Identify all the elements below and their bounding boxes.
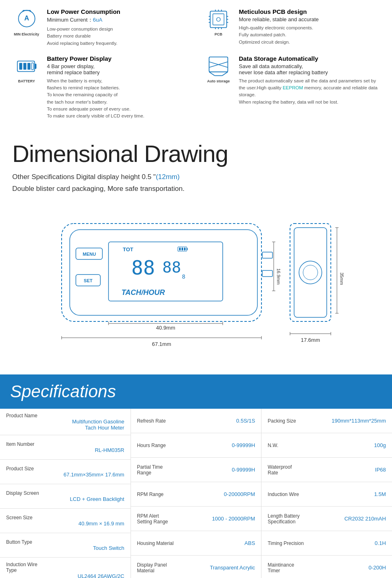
battery-icon: [16, 55, 38, 78]
spec-row-button-type: Button Type Touch Switch: [0, 533, 131, 558]
drawing-area: MENU SET TOT 88 88 8 TACH/HOUR: [0, 199, 392, 366]
svg-text:MENU: MENU: [82, 252, 95, 257]
min-electricity-icon: A: [16, 8, 38, 31]
spec-row-product-size: Product Size 67.1mm×35mm× 17.6mm: [0, 460, 131, 484]
spec-row-maintenance-timer: MaintinanceTimer 0-200H: [261, 556, 392, 578]
icon-label-auto-storage: Auto storage: [207, 79, 230, 83]
specifications-section: Specifications Product Name Multifunctio…: [0, 374, 392, 578]
feature-icon-battery: BATTERY: [12, 55, 41, 83]
feature-content-battery: Battery Power Display 4 Bar power displa…: [47, 55, 144, 120]
spec-row-display-screen: Display Screen LCD + Green Backlight: [0, 484, 131, 509]
feature-pcb: PCB Meticulous PCB design More reliable,…: [204, 8, 380, 47]
svg-rect-51: [290, 224, 331, 321]
feature-title-pcb: Meticulous PCB design: [239, 8, 319, 15]
dimensional-drawing-svg: MENU SET TOT 88 88 8 TACH/HOUR: [29, 207, 363, 362]
specs-table: Product Name Multifunction GasolineTach …: [0, 409, 392, 578]
svg-text:88: 88: [131, 256, 155, 279]
spec-row-waterproof-rate: WaterproofRate IP68: [261, 458, 392, 482]
svg-text:88: 88: [162, 258, 181, 276]
icon-label-pcb: PCB: [215, 32, 222, 36]
svg-text:8: 8: [182, 273, 185, 280]
svg-text:40.9mm: 40.9mm: [156, 325, 175, 331]
svg-rect-42: [179, 248, 181, 250]
spec-row-screen-size: Screen Size 40.9mm × 16.9 mm: [0, 509, 131, 533]
svg-rect-6: [213, 14, 224, 25]
dimensional-subtitle2: Double blister card packaging, More safe…: [12, 183, 380, 195]
spec-row-nw: N.W. 100g: [261, 433, 392, 458]
spec-row-rpm-alert: RPM AlertSetting Range 1000 - 20000RPM: [131, 507, 261, 531]
feature-desc-data-storage: The product automatically save all the d…: [239, 78, 380, 106]
icon-label-electricity: MIN Electricity: [14, 32, 39, 36]
svg-rect-21: [34, 64, 36, 69]
specs-title: Specifications: [10, 382, 382, 401]
feature-desc-battery: When the battery is empty,flashes to rem…: [47, 78, 144, 120]
feature-title-battery: Battery Power Display: [47, 55, 144, 62]
svg-point-19: [217, 18, 220, 21]
spec-row-housing-material: Housing Material ABS: [131, 531, 261, 556]
feature-icon-data-storage: Auto storage: [204, 55, 233, 83]
feature-desc-pcb: High-quality electronic components.Fully…: [239, 24, 319, 46]
svg-rect-25: [31, 63, 33, 70]
dimensional-section: Dimensional Drawing Other Specifications…: [0, 128, 392, 199]
feature-subtitle-data-storage: Save all data automatically,never lose d…: [239, 63, 380, 75]
spec-row-timing-precision: Timing Precision 0.1H: [261, 531, 392, 556]
feature-subtitle-battery: 4 Bar power display,remind replace batte…: [47, 63, 144, 75]
spec-row-partial-time: Partial TimeRange 0-99999H: [131, 458, 261, 482]
spec-row-rpm-range: RPM Range 0-20000RPM: [131, 482, 261, 507]
svg-point-53: [299, 261, 322, 284]
svg-rect-41: [186, 248, 188, 250]
spec-row-battery-spec: Length BatterySpecification CR2032 210mA…: [261, 507, 392, 531]
feature-content-pcb: Meticulous PCB design More reliable, sta…: [239, 8, 319, 46]
svg-rect-44: [184, 248, 186, 250]
feature-desc-low-power: Low-power consumption designBattery more…: [47, 26, 120, 47]
auto-storage-icon: [207, 55, 230, 78]
specs-col-3: Packing Size 190mm*113mm*25mm N.W. 100g …: [261, 409, 392, 578]
feature-subtitle-low-power: Minimum Current：6uA: [47, 16, 120, 24]
specs-col-1: Product Name Multifunction GasolineTach …: [0, 409, 131, 578]
svg-text:16.9mm: 16.9mm: [276, 268, 281, 285]
spec-row-refresh-rate: Refresh Rate 0.5S/1S: [131, 409, 261, 433]
svg-rect-32: [62, 224, 261, 321]
svg-rect-24: [27, 63, 30, 70]
svg-rect-23: [23, 63, 26, 70]
svg-text:A: A: [24, 14, 29, 22]
feature-title-low-power: Low Power Consumption: [47, 8, 120, 15]
svg-rect-50: [262, 270, 272, 277]
pcb-icon: [207, 8, 230, 31]
feature-battery: BATTERY Battery Power Display 4 Bar powe…: [12, 55, 188, 120]
svg-rect-22: [19, 63, 22, 70]
drawing-svg-container: MENU SET TOT 88 88 8 TACH/HOUR: [23, 207, 370, 362]
feature-low-power: A MIN Electricity Low Power Consumption …: [12, 8, 188, 47]
svg-text:TOT: TOT: [123, 246, 133, 252]
features-section: A MIN Electricity Low Power Consumption …: [0, 0, 392, 128]
svg-line-30: [222, 72, 228, 75]
feature-data-storage: Auto storage Data Storage Automatically …: [204, 55, 380, 120]
features-grid: A MIN Electricity Low Power Consumption …: [12, 8, 380, 120]
svg-text:TACH/HOUR: TACH/HOUR: [121, 288, 165, 297]
spec-row-packing-size: Packing Size 190mm*113mm*25mm: [261, 409, 392, 433]
svg-text:17.6mm: 17.6mm: [301, 337, 320, 343]
specs-header: Specifications: [0, 374, 392, 409]
svg-text:35mm: 35mm: [339, 272, 344, 285]
feature-icon-pcb: PCB: [204, 8, 233, 36]
svg-point-54: [303, 265, 318, 280]
svg-text:67.1mm: 67.1mm: [152, 341, 171, 347]
svg-rect-49: [262, 252, 272, 258]
svg-text:SET: SET: [84, 278, 93, 283]
spec-row-item-number: Item Number RL-HM035R: [0, 435, 131, 460]
spec-row-hours-range: Hours Range 0-99999H: [131, 433, 261, 458]
feature-content-low-power: Low Power Consumption Minimum Current：6u…: [47, 8, 120, 47]
dimensional-subtitle1: Other Specifications Digital display hei…: [12, 171, 380, 183]
spec-row-induction-wire: Induction Wire 1.5M: [261, 482, 392, 507]
spec-row-induction-wire-type: Induction WireType UL2464 26AWG/2C: [0, 558, 131, 578]
svg-rect-43: [182, 248, 183, 250]
spec-row-display-panel: Display PanelMaterial Transparent Acryli…: [131, 556, 261, 578]
specs-col-2: Refresh Rate 0.5S/1S Hours Range 0-99999…: [131, 409, 262, 578]
feature-icon-low-power: A MIN Electricity: [12, 8, 41, 36]
feature-title-data-storage: Data Storage Automatically: [239, 55, 380, 62]
spec-row-product-name: Product Name Multifunction GasolineTach …: [0, 409, 131, 435]
feature-content-data-storage: Data Storage Automatically Save all data…: [239, 55, 380, 106]
icon-label-battery: BATTERY: [18, 79, 35, 83]
feature-subtitle-pcb: More reliable, stable and accurate: [239, 16, 319, 22]
dimensional-title: Dimensional Drawing: [12, 140, 380, 167]
